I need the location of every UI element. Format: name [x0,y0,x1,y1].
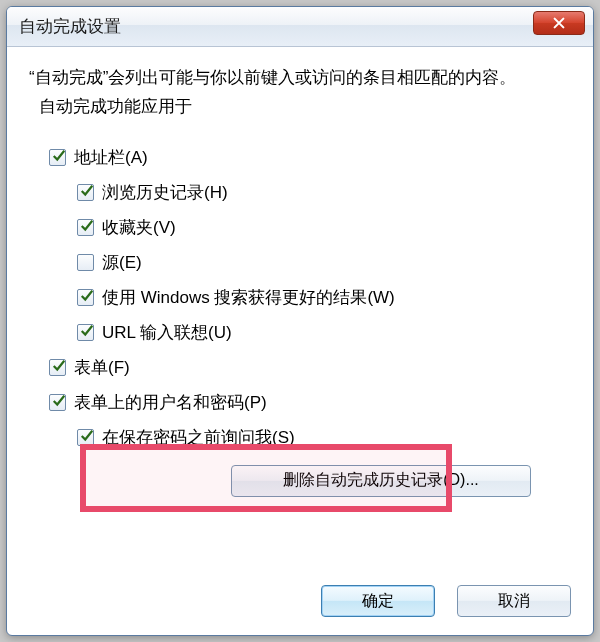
checkbox-windows-search[interactable] [77,289,94,306]
checkbox-feeds[interactable] [77,254,94,271]
checkbox-row-url-suggest: URL 输入联想(U) [77,321,571,344]
checkbox-favorites[interactable] [77,219,94,236]
checkbox-row-history: 浏览历史记录(H) [77,181,571,204]
description-text: “自动完成”会列出可能与你以前键入或访问的条目相匹配的内容。 [29,65,571,91]
checkbox-label: URL 输入联想(U) [102,321,232,344]
checkbox-label: 表单(F) [74,356,130,379]
checkbox-forms[interactable] [49,359,66,376]
checkbox-row-windows-search: 使用 Windows 搜索获得更好的结果(W) [77,286,571,309]
checkbox-row-form-passwords: 表单上的用户名和密码(P) [49,391,571,414]
dialog-title: 自动完成设置 [19,17,121,36]
close-button[interactable] [533,11,585,35]
checkbox-form-passwords[interactable] [49,394,66,411]
delete-autocomplete-history-button[interactable]: 删除自动完成历史记录(D)... [231,465,531,497]
checkbox-url-suggest[interactable] [77,324,94,341]
checkbox-label: 浏览历史记录(H) [102,181,228,204]
checkbox-row-ask-before-save: 在保存密码之前询问我(S) [77,426,571,449]
checkbox-row-address-bar: 地址栏(A) [49,146,571,169]
delete-history-row: 删除自动完成历史记录(D)... [231,465,571,497]
checkbox-label: 源(E) [102,251,142,274]
ok-button[interactable]: 确定 [321,585,435,617]
checkbox-list: 地址栏(A) 浏览历史记录(H) 收藏夹(V) 源(E) 使用 Windows … [49,146,571,497]
checkbox-address-bar[interactable] [49,149,66,166]
checkbox-label: 使用 Windows 搜索获得更好的结果(W) [102,286,395,309]
checkbox-row-forms: 表单(F) [49,356,571,379]
dialog-content: “自动完成”会列出可能与你以前键入或访问的条目相匹配的内容。 自动完成功能应用于… [7,47,593,497]
sub-heading: 自动完成功能应用于 [39,95,571,118]
checkbox-row-feeds: 源(E) [77,251,571,274]
checkbox-row-favorites: 收藏夹(V) [77,216,571,239]
autocomplete-settings-dialog: 自动完成设置 “自动完成”会列出可能与你以前键入或访问的条目相匹配的内容。 自动… [6,6,594,636]
close-icon [552,16,566,30]
titlebar: 自动完成设置 [7,7,593,47]
dialog-button-row: 确定 取消 [321,585,571,617]
checkbox-label: 收藏夹(V) [102,216,176,239]
checkbox-ask-before-save[interactable] [77,429,94,446]
cancel-button[interactable]: 取消 [457,585,571,617]
checkbox-history[interactable] [77,184,94,201]
checkbox-label: 地址栏(A) [74,146,148,169]
checkbox-label: 在保存密码之前询问我(S) [102,426,295,449]
checkbox-label: 表单上的用户名和密码(P) [74,391,267,414]
